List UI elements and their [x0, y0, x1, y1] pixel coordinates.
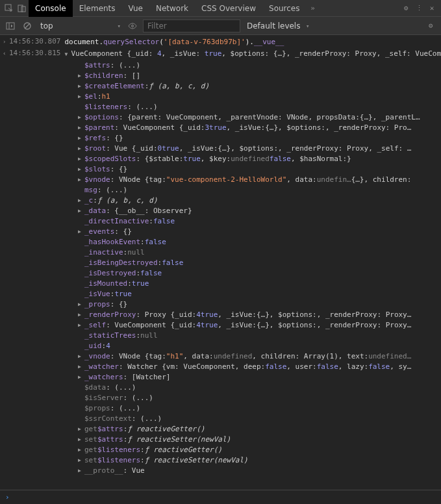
expand-icon[interactable]: ▶ [78, 424, 84, 435]
property-row[interactable]: ▶set $listeners: ƒ reactiveSetter(newVal… [78, 455, 438, 466]
property-row[interactable]: ▶$children: [] [78, 71, 438, 81]
menu-icon[interactable]: ⋮ [412, 2, 425, 15]
clear-icon[interactable] [21, 19, 34, 32]
expand-icon[interactable]: ▶ [78, 372, 84, 383]
property-row[interactable]: ▶$slots: {} [78, 164, 438, 175]
property-row[interactable]: ▶$root: Vue {_uid: 0true, _isVue: {…}, $… [78, 144, 438, 154]
property-row[interactable]: ▶$options: {parent: VueComponent, _paren… [78, 112, 438, 123]
levels-selector[interactable]: Default levels [244, 20, 310, 32]
expand-icon[interactable]: ▼ [64, 49, 71, 60]
console-prompt[interactable]: › [0, 490, 441, 504]
property-row[interactable]: _staticTrees: null [78, 331, 438, 341]
result-header[interactable]: ▼VueComponent {_uid: 4, _isVue: true, $o… [64, 49, 441, 60]
close-icon[interactable]: ✕ [425, 2, 438, 15]
eye-icon[interactable] [126, 19, 139, 32]
property-row[interactable]: _isVue: true [78, 289, 438, 299]
context-selector[interactable]: top [38, 20, 122, 32]
expand-icon[interactable]: ▶ [78, 206, 84, 216]
property-row[interactable]: _isMounted: true [78, 279, 438, 289]
property-row[interactable]: $data: (...) [78, 383, 438, 393]
object-properties: $attrs: (...)▶$children: []▶$createEleme… [3, 60, 438, 476]
expand-icon[interactable]: ▶ [78, 164, 84, 175]
expand-icon[interactable]: ▶ [78, 133, 84, 144]
property-row[interactable]: ▶_data: {__ob__: Observer} [78, 206, 438, 216]
expand-icon[interactable]: ▶ [78, 351, 84, 362]
property-row[interactable]: $attrs: (...) [78, 60, 438, 71]
property-row[interactable]: ▶_props: {} [78, 299, 438, 310]
property-row[interactable]: ▶_self: VueComponent {_uid: 4true, _isVu… [78, 320, 438, 331]
expand-icon[interactable]: ▶ [78, 227, 84, 237]
chevron-right-icon[interactable]: › [3, 37, 9, 46]
expand-icon[interactable]: ▶ [78, 92, 84, 102]
property-row[interactable]: ▶$vnode: VNode {tag: "vue-component-2-He… [78, 175, 438, 185]
tab-elements[interactable]: Elements [73, 0, 122, 17]
filter-input[interactable] [143, 19, 240, 32]
chevron-left-icon[interactable]: ‹ [3, 49, 9, 58]
expand-icon[interactable]: ▶ [78, 144, 84, 154]
tab-vue[interactable]: Vue [122, 0, 149, 17]
device-icon[interactable] [16, 2, 29, 15]
property-row[interactable]: ▶_c: ƒ (a, b, c, d) [78, 195, 438, 206]
property-row[interactable]: _uid: 4 [78, 341, 438, 351]
property-row[interactable]: ▶$el: h1 [78, 92, 438, 102]
property-row[interactable]: _inactive: null [78, 247, 438, 258]
settings-icon[interactable]: ⚙ [424, 19, 437, 32]
property-row[interactable]: $listeners: (...) [78, 102, 438, 112]
timestamp: 14:56:30.807 [9, 37, 60, 45]
property-row[interactable]: ▶get $attrs: ƒ reactiveGetter() [78, 424, 438, 435]
expand-icon[interactable]: ▶ [78, 123, 84, 133]
property-row[interactable]: _isBeingDestroyed: false [78, 258, 438, 268]
gear-icon[interactable]: ⚙ [399, 2, 412, 15]
property-row[interactable]: _hasHookEvent: false [78, 237, 438, 247]
expand-icon[interactable]: ▶ [78, 320, 84, 331]
expand-icon[interactable]: ▶ [78, 71, 84, 81]
command-line: document.querySelector('[data-v-763db97b… [64, 37, 284, 47]
inspect-icon[interactable] [3, 2, 16, 15]
expand-icon[interactable]: ▶ [78, 112, 84, 123]
tab-console[interactable]: Console [29, 0, 73, 17]
property-row[interactable]: msg: (...) [78, 185, 438, 195]
expand-icon[interactable]: ▶ [78, 362, 84, 372]
svg-point-7 [132, 25, 134, 27]
property-row[interactable]: ▶_watchers: [Watcher] [78, 372, 438, 383]
property-row[interactable]: ▶_vnode: VNode {tag: "h1", data: undefin… [78, 351, 438, 362]
property-row[interactable]: $ssrContext: (...) [78, 414, 438, 424]
expand-icon[interactable]: ▶ [78, 466, 84, 476]
svg-rect-2 [21, 6, 25, 12]
property-row[interactable]: ▶$createElement: ƒ (a, b, c, d) [78, 81, 438, 92]
expand-icon[interactable]: ▶ [78, 445, 84, 455]
svg-line-6 [25, 23, 30, 29]
expand-icon[interactable]: ▶ [78, 175, 84, 185]
property-row[interactable]: ▶_events: {} [78, 227, 438, 237]
property-row[interactable]: $isServer: (...) [78, 393, 438, 403]
expand-icon[interactable]: ▶ [78, 195, 84, 206]
console-output: › 14:56:30.807 document.querySelector('[… [0, 35, 441, 503]
tab-network[interactable]: Network [149, 0, 195, 17]
property-row[interactable]: ▶_watcher: Watcher {vm: VueComponent, de… [78, 362, 438, 372]
property-row[interactable]: ▶set $attrs: ƒ reactiveSetter(newVal) [78, 435, 438, 445]
property-row[interactable]: ▶_renderProxy: Proxy {_uid: 4true, _isVu… [78, 310, 438, 320]
property-row[interactable]: ▶$parent: VueComponent {_uid: 3true, _is… [78, 123, 438, 133]
property-row[interactable]: _directInactive: false [78, 216, 438, 227]
tab-css[interactable]: CSS Overview [195, 0, 262, 17]
expand-icon[interactable]: ▶ [78, 455, 84, 466]
devtools-tabs: Console Elements Vue Network CSS Overvie… [0, 0, 441, 17]
more-tabs-icon[interactable]: » [306, 2, 319, 15]
tab-sources[interactable]: Sources [262, 0, 306, 17]
console-toolbar: top Default levels ⚙ [0, 17, 441, 35]
expand-icon[interactable]: ▶ [78, 154, 84, 164]
property-row[interactable]: _isDestroyed: false [78, 268, 438, 279]
property-row[interactable]: ▶__proto__: Vue [78, 466, 438, 476]
expand-icon[interactable]: ▶ [78, 310, 84, 320]
property-row[interactable]: $props: (...) [78, 403, 438, 414]
expand-icon[interactable]: ▶ [78, 81, 84, 92]
svg-rect-3 [6, 23, 14, 29]
sidebar-toggle-icon[interactable] [4, 19, 17, 32]
property-row[interactable]: ▶$scopedSlots: {$stable: true, $key: und… [78, 154, 438, 164]
expand-icon[interactable]: ▶ [78, 435, 84, 445]
timestamp: 14:56:30.815 [9, 49, 60, 57]
property-row[interactable]: ▶get $listeners: ƒ reactiveGetter() [78, 445, 438, 455]
expand-icon[interactable]: ▶ [78, 299, 84, 310]
property-row[interactable]: ▶$refs: {} [78, 133, 438, 144]
